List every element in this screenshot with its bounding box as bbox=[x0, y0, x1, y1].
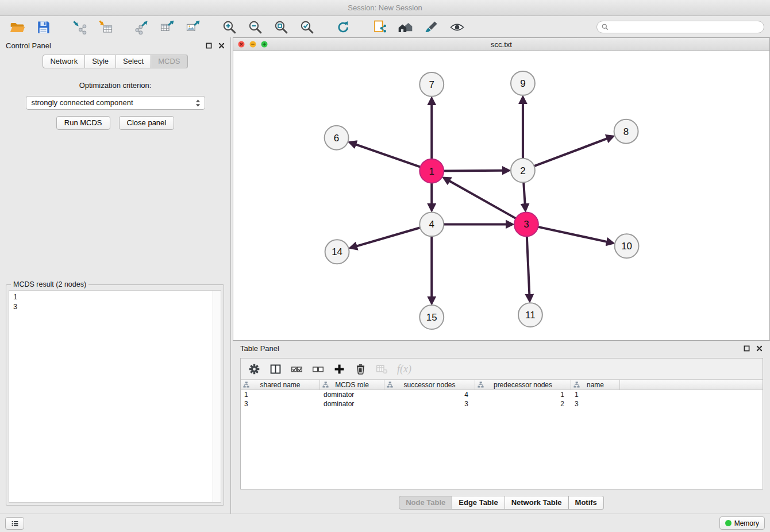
node-2[interactable]: 2 bbox=[511, 159, 535, 183]
search-input[interactable] bbox=[596, 21, 764, 33]
import-table-icon bbox=[98, 20, 113, 35]
table-panel-title: Table Panel bbox=[240, 344, 279, 353]
node-4[interactable]: 4 bbox=[419, 212, 444, 236]
deselect-all-rows-button[interactable] bbox=[312, 363, 324, 375]
node-10[interactable]: 10 bbox=[615, 234, 639, 258]
open-session-button[interactable] bbox=[6, 18, 29, 36]
zoom-selected-button[interactable] bbox=[295, 18, 318, 36]
edge-3-10[interactable] bbox=[538, 227, 607, 242]
show-columns-button[interactable] bbox=[270, 363, 282, 375]
mcds-close-panel-button[interactable]: Close panel bbox=[119, 116, 175, 130]
node-3[interactable]: 3 bbox=[514, 212, 538, 236]
zoom-in-button[interactable] bbox=[218, 18, 241, 36]
clone-network-button[interactable] bbox=[368, 18, 391, 36]
zoom-out-button[interactable] bbox=[244, 18, 267, 36]
column-header-shared-name[interactable]: shared name bbox=[241, 380, 320, 390]
export-network-button[interactable] bbox=[130, 18, 153, 36]
table-panel-float-button[interactable] bbox=[744, 345, 750, 352]
network-canvas[interactable]: 7968124314101511 bbox=[233, 51, 769, 340]
tab-mcds[interactable]: MCDS bbox=[151, 55, 187, 68]
app-titlebar: Session: New Session bbox=[0, 0, 770, 16]
delete-columns-button[interactable] bbox=[355, 363, 367, 375]
column-header-mcds-role[interactable]: MCDS role bbox=[320, 380, 384, 390]
node-11[interactable]: 11 bbox=[518, 303, 542, 327]
import-network-button[interactable] bbox=[68, 18, 91, 36]
optimization-criterion-label: Optimization criterion: bbox=[0, 81, 230, 90]
select-all-rows-icon bbox=[291, 363, 303, 375]
node-14[interactable]: 14 bbox=[325, 240, 349, 264]
column-header-name[interactable]: name bbox=[571, 380, 620, 390]
network-window-titlebar[interactable]: scc.txt bbox=[233, 38, 769, 51]
edge-4-14[interactable] bbox=[356, 228, 420, 246]
run-mcds-button[interactable]: Run MCDS bbox=[56, 116, 110, 130]
tab-motifs[interactable]: Motifs bbox=[569, 496, 604, 510]
tree-icon bbox=[322, 381, 329, 388]
table-row[interactable]: 3dominator323 bbox=[241, 399, 763, 408]
status-bar: Memory bbox=[0, 514, 770, 532]
toolbar-separator bbox=[207, 27, 215, 28]
network-overview-button[interactable] bbox=[394, 18, 417, 36]
edge-2-3[interactable] bbox=[523, 183, 525, 205]
edge-1-6[interactable] bbox=[355, 144, 421, 167]
network-overview-icon bbox=[398, 20, 413, 35]
node-9[interactable]: 9 bbox=[511, 71, 535, 95]
window-close-icon[interactable] bbox=[238, 41, 245, 48]
edge-2-8[interactable] bbox=[534, 138, 607, 167]
column-header-filler bbox=[620, 380, 763, 390]
save-session-icon bbox=[36, 20, 51, 35]
show-panels-button[interactable] bbox=[5, 517, 24, 530]
delete-table-button[interactable] bbox=[376, 363, 388, 375]
show-hide-button[interactable] bbox=[445, 18, 468, 36]
create-column-button[interactable] bbox=[333, 363, 345, 375]
control-panel-header: Control Panel bbox=[0, 37, 230, 53]
window-minimize-icon[interactable] bbox=[249, 41, 256, 48]
tab-style[interactable]: Style bbox=[85, 55, 116, 68]
select-all-rows-button[interactable] bbox=[291, 363, 303, 375]
edge-1-2[interactable] bbox=[444, 171, 503, 171]
style-brush-button[interactable] bbox=[419, 18, 442, 36]
zoom-fit-button[interactable] bbox=[270, 18, 292, 36]
toolbar-buttons bbox=[6, 18, 468, 36]
tab-network-table[interactable]: Network Table bbox=[505, 496, 569, 510]
result-scrollbar[interactable] bbox=[213, 291, 221, 502]
column-header-predecessor-nodes[interactable]: predecessor nodes bbox=[475, 380, 571, 390]
open-session-icon bbox=[10, 20, 25, 35]
column-header-successor-nodes[interactable]: successor nodes bbox=[384, 380, 475, 390]
zoom-selected-icon bbox=[299, 20, 315, 35]
tree-icon bbox=[573, 381, 580, 388]
apply-layout-button[interactable] bbox=[332, 18, 355, 36]
save-session-button[interactable] bbox=[32, 18, 55, 36]
node-6[interactable]: 6 bbox=[325, 126, 349, 150]
criterion-dropdown[interactable]: strongly connected component bbox=[26, 96, 205, 110]
tab-select[interactable]: Select bbox=[116, 55, 151, 68]
import-table-button[interactable] bbox=[94, 18, 117, 36]
table-panel-close-button[interactable] bbox=[756, 345, 763, 352]
tab-edge-table[interactable]: Edge Table bbox=[452, 496, 505, 510]
network-graph: 7968124314101511 bbox=[233, 51, 769, 340]
tab-node-table[interactable]: Node Table bbox=[399, 496, 452, 510]
mcds-result-list[interactable]: 13 bbox=[9, 290, 221, 503]
tab-network[interactable]: Network bbox=[43, 55, 85, 68]
export-table-button[interactable] bbox=[156, 18, 179, 36]
node-8[interactable]: 8 bbox=[614, 119, 638, 144]
node-1[interactable]: 1 bbox=[419, 159, 444, 183]
control-panel-title: Control Panel bbox=[6, 41, 51, 50]
node-15[interactable]: 15 bbox=[419, 305, 444, 329]
edge-3-1[interactable] bbox=[449, 180, 516, 218]
table-cell: dominator bbox=[320, 391, 384, 399]
mcds-result-items: 13 bbox=[9, 291, 221, 313]
node-7[interactable]: 7 bbox=[419, 72, 444, 97]
control-panel-close-button[interactable] bbox=[218, 43, 225, 49]
export-image-button[interactable] bbox=[182, 18, 205, 36]
function-builder-button[interactable]: f(x) bbox=[397, 363, 411, 375]
window-zoom-icon[interactable] bbox=[261, 41, 268, 48]
tree-icon bbox=[478, 381, 484, 388]
control-panel-float-button[interactable] bbox=[206, 43, 212, 49]
export-image-icon bbox=[186, 20, 201, 35]
edge-3-11[interactable] bbox=[527, 236, 530, 295]
memory-button[interactable]: Memory bbox=[719, 516, 765, 530]
table-row[interactable]: 1dominator411 bbox=[241, 390, 763, 399]
table-settings-button[interactable] bbox=[248, 363, 260, 375]
mcds-panel: Optimization criterion: strongly connect… bbox=[0, 71, 230, 130]
window-controls bbox=[238, 41, 268, 48]
